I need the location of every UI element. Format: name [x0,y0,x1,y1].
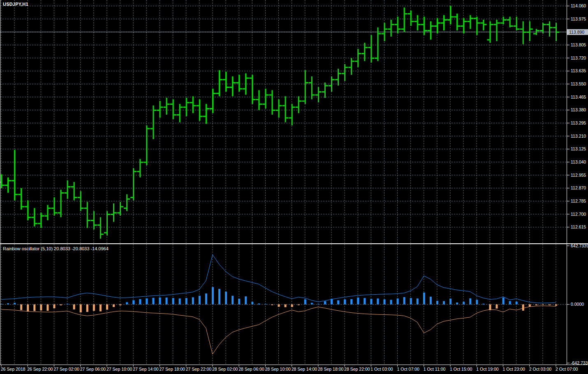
current-price-tag: 113.890 [567,29,588,35]
indicator-name-label: Rainbow oscillator (5,10) 20.8033 -20.80… [3,246,109,252]
terminal-window: 114.060113.975113.890113.805113.720113.6… [0,0,588,374]
time-axis[interactable] [0,365,588,374]
symbol-period-label: USDJPY,H1 [3,2,28,7]
main-chart-panel[interactable] [0,0,567,243]
indicator-panel[interactable] [0,245,567,364]
price-axis[interactable] [567,0,588,365]
